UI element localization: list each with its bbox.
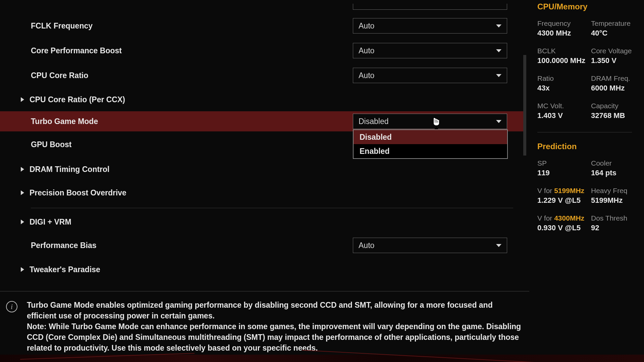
prediction-row-label: Dos Thresh bbox=[591, 214, 632, 222]
prediction-highlight: 4300MHz bbox=[554, 214, 584, 222]
submenu-label: DRAM Timing Control bbox=[30, 165, 110, 174]
chevron-right-icon bbox=[21, 267, 24, 272]
stat-value-bclk: 100.0000 MHz bbox=[537, 56, 591, 65]
chevron-right-icon bbox=[21, 167, 24, 172]
chevron-right-icon bbox=[21, 220, 24, 224]
setting-label: FCLK Frequency bbox=[31, 21, 353, 31]
submenu-label: Tweaker's Paradise bbox=[30, 265, 100, 274]
setting-row-cpu-ratio: CPU Core Ratio Auto bbox=[0, 63, 523, 88]
stat-label: BCLK bbox=[537, 47, 591, 55]
submenu-pbo[interactable]: Precision Boost Overdrive bbox=[0, 181, 523, 204]
submenu-dram-timing[interactable]: DRAM Timing Control bbox=[0, 158, 523, 181]
stat-value-dram-freq: 6000 MHz bbox=[591, 84, 632, 93]
sidebar: CPU/Memory Frequency Temperature 4300 MH… bbox=[534, 0, 635, 242]
setting-label: Performance Bias bbox=[31, 241, 353, 250]
stat-label: Temperature bbox=[591, 19, 632, 27]
stat-value: 5199MHz bbox=[591, 196, 632, 205]
stat-value-temperature: 40°C bbox=[591, 29, 632, 38]
sidebar-header-cpu-memory: CPU/Memory bbox=[537, 2, 632, 11]
setting-label: CPU Core Ratio bbox=[31, 71, 353, 80]
divider bbox=[31, 208, 513, 208]
dropdown-value: Auto bbox=[359, 241, 374, 250]
setting-row-fclk: FCLK Frequency Auto bbox=[0, 13, 523, 38]
submenu-tweakers-paradise[interactable]: Tweaker's Paradise bbox=[0, 258, 523, 281]
stat-value-frequency: 4300 MHz bbox=[537, 29, 591, 38]
dropdown-value: Auto bbox=[359, 46, 374, 55]
setting-row-hidden-top bbox=[0, 0, 523, 13]
stat-label: MC Volt. bbox=[537, 102, 591, 110]
submenu-digi-vrm[interactable]: DIGI + VRM bbox=[0, 211, 523, 233]
submenu-cpu-core-ratio-ccx[interactable]: CPU Core Ratio (Per CCX) bbox=[0, 88, 523, 111]
stat-value-ratio: 43x bbox=[537, 84, 591, 93]
setting-row-turbo-game-mode: Turbo Game Mode Disabled Disabled Enable… bbox=[0, 111, 523, 131]
prediction-row-label: V for 5199MHz bbox=[537, 187, 591, 195]
decorative-footer bbox=[0, 355, 644, 362]
chevron-down-icon bbox=[496, 24, 501, 27]
chevron-down-icon bbox=[496, 74, 501, 77]
stat-label: Capacity bbox=[591, 102, 632, 110]
dropdown-options: Disabled Enabled bbox=[353, 129, 508, 159]
stat-value: 0.930 V @L5 bbox=[537, 224, 591, 232]
stat-label: DRAM Freq. bbox=[591, 74, 632, 82]
dropdown-option-disabled[interactable]: Disabled bbox=[354, 130, 507, 144]
dropdown-value: Disabled bbox=[359, 117, 389, 126]
stat-value-core-voltage: 1.350 V bbox=[591, 56, 632, 65]
chevron-down-icon bbox=[496, 120, 501, 123]
setting-label: Turbo Game Mode bbox=[31, 117, 353, 126]
stat-label: SP bbox=[537, 159, 591, 167]
setting-label: Core Performance Boost bbox=[31, 46, 353, 55]
chevron-down-icon bbox=[496, 244, 501, 247]
chevron-right-icon bbox=[21, 190, 24, 195]
turbo-game-mode-dropdown[interactable]: Disabled Disabled Enabled bbox=[353, 114, 507, 129]
stat-label: Core Voltage bbox=[591, 47, 632, 55]
dropdown-value: Auto bbox=[359, 21, 374, 31]
prediction-row-label: V for 4300MHz bbox=[537, 214, 591, 222]
setting-label: GPU Boost bbox=[31, 140, 353, 149]
prediction-row-label: Heavy Freq bbox=[591, 187, 632, 195]
prediction-stats: SP Cooler 119 164 pts V for 5199MHz Heav… bbox=[537, 159, 632, 242]
info-text: Turbo Game Mode enables optimized gaming… bbox=[27, 300, 523, 353]
info-bar: i Turbo Game Mode enables optimized gami… bbox=[0, 291, 529, 359]
info-icon: i bbox=[6, 301, 17, 312]
submenu-label: Precision Boost Overdrive bbox=[30, 188, 126, 197]
cpb-dropdown[interactable]: Auto bbox=[353, 43, 507, 58]
setting-row-perf-bias: Performance Bias Auto bbox=[0, 233, 523, 258]
divider bbox=[537, 132, 632, 132]
dropdown-option-enabled[interactable]: Enabled bbox=[354, 144, 507, 158]
submenu-label: CPU Core Ratio (Per CCX) bbox=[30, 95, 125, 104]
perf-bias-dropdown[interactable]: Auto bbox=[353, 238, 507, 253]
setting-row-cpb: Core Performance Boost Auto bbox=[0, 38, 523, 63]
fclk-dropdown[interactable]: Auto bbox=[353, 18, 507, 34]
stat-value-capacity: 32768 MB bbox=[591, 111, 632, 120]
sidebar-header-prediction: Prediction bbox=[537, 142, 632, 151]
settings-panel: FCLK Frequency Auto Core Performance Boo… bbox=[0, 0, 523, 288]
stat-value: 92 bbox=[591, 224, 632, 232]
chevron-right-icon bbox=[21, 97, 24, 102]
stat-value-sp: 119 bbox=[537, 169, 591, 177]
cpu-memory-stats: Frequency Temperature 4300 MHz 40°C BCLK… bbox=[537, 19, 632, 137]
dropdown-partial[interactable] bbox=[353, 4, 507, 10]
dropdown-value: Auto bbox=[359, 71, 374, 80]
stat-value-cooler: 164 pts bbox=[591, 169, 632, 177]
submenu-label: DIGI + VRM bbox=[30, 218, 71, 227]
stat-label: Cooler bbox=[591, 159, 632, 167]
stat-value-mc-volt: 1.403 V bbox=[537, 111, 591, 120]
prediction-highlight: 5199MHz bbox=[554, 187, 584, 194]
stat-label: Frequency bbox=[537, 19, 591, 27]
cpu-ratio-dropdown[interactable]: Auto bbox=[353, 68, 507, 83]
stat-value: 1.229 V @L5 bbox=[537, 196, 591, 205]
chevron-down-icon bbox=[496, 49, 501, 52]
stat-label: Ratio bbox=[537, 74, 591, 82]
scrollbar[interactable] bbox=[523, 55, 526, 156]
